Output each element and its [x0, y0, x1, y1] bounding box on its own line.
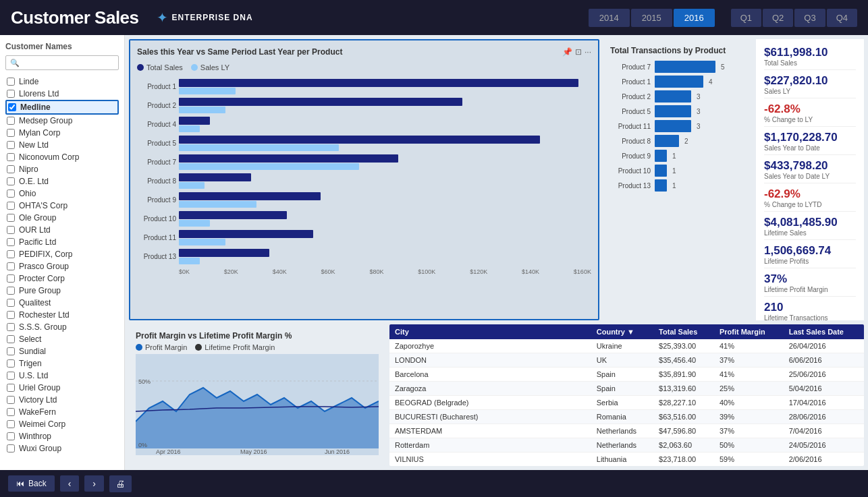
customer-item[interactable]: Rochester Ltd — [5, 309, 119, 321]
customer-checkbox[interactable] — [7, 262, 15, 270]
customer-item[interactable]: OUR Ltd — [5, 224, 119, 236]
customer-checkbox[interactable] — [7, 90, 15, 98]
customer-checkbox[interactable] — [8, 103, 16, 111]
customer-checkbox[interactable] — [7, 311, 15, 319]
customer-item[interactable]: Medsep Group — [5, 115, 119, 127]
customer-checkbox[interactable] — [7, 250, 15, 258]
quarter-tab-q3[interactable]: Q3 — [794, 9, 825, 27]
customer-checkbox[interactable] — [7, 165, 15, 173]
customer-item[interactable]: Winthrop — [5, 430, 119, 442]
customer-checkbox[interactable] — [7, 347, 15, 355]
customer-item[interactable]: Medline — [5, 100, 119, 115]
customer-checkbox[interactable] — [7, 432, 15, 440]
main-content: Customer Names 🔍 LindeLlorens LtdMedline… — [0, 35, 868, 470]
table-row[interactable]: BEOGRAD (Belgrade)Serbia$28,227.1040%17/… — [389, 396, 864, 410]
customer-item[interactable]: WakeFern — [5, 406, 119, 418]
customer-item[interactable]: Uriel Group — [5, 382, 119, 394]
customer-checkbox[interactable] — [7, 372, 15, 380]
customer-item[interactable]: Wuxi Group — [5, 442, 119, 455]
customer-checkbox[interactable] — [7, 420, 15, 428]
customer-item[interactable]: Llorens Ltd — [5, 88, 119, 100]
col-country[interactable]: Country ▼ — [591, 324, 653, 339]
print-button[interactable]: 🖨 — [109, 475, 132, 492]
customer-item[interactable]: S.S.S. Group — [5, 321, 119, 333]
customer-item[interactable]: Procter Corp — [5, 272, 119, 285]
customer-item[interactable]: Trigen — [5, 357, 119, 370]
customer-item[interactable]: U.S. Ltd — [5, 370, 119, 382]
customer-checkbox[interactable] — [7, 202, 15, 210]
customer-item[interactable]: O.E. Ltd — [5, 175, 119, 187]
back-button[interactable]: ⏮ Back — [8, 475, 55, 492]
customer-item[interactable]: Mylan Corp — [5, 127, 119, 139]
quarter-tab-q1[interactable]: Q1 — [731, 9, 761, 27]
bar-chart-focus-btn[interactable]: ⊡ — [575, 47, 582, 57]
bar-chart-more-btn[interactable]: ··· — [585, 47, 591, 57]
lifetime-profit-legend: Lifetime Profit Margin — [195, 343, 275, 351]
customer-checkbox[interactable] — [7, 274, 15, 283]
table-row[interactable]: BUCURESTI (Bucharest)Romania$63,516.0039… — [389, 410, 864, 424]
customer-checkbox[interactable] — [7, 129, 15, 137]
customer-item[interactable]: Select — [5, 333, 119, 345]
customer-checkbox[interactable] — [7, 238, 15, 246]
table-cell-city: Zaragoza — [389, 382, 591, 396]
customer-item[interactable]: Ohio — [5, 187, 119, 200]
customer-checkbox[interactable] — [7, 117, 15, 125]
customer-item[interactable]: Linde — [5, 76, 119, 88]
back-icon: ⏮ — [16, 479, 24, 488]
search-input[interactable] — [22, 58, 114, 67]
customer-checkbox[interactable] — [7, 396, 15, 404]
customer-item[interactable]: Ole Group — [5, 212, 119, 224]
quarter-tab-q2[interactable]: Q2 — [763, 9, 793, 27]
table-row[interactable]: VILNIUSLithuania$23,718.0059%2/06/2016 — [389, 452, 864, 467]
customer-checkbox[interactable] — [7, 141, 15, 149]
customer-checkbox[interactable] — [7, 335, 15, 343]
bar-ly — [179, 201, 256, 208]
table-cell-city: AMSTERDAM — [389, 424, 591, 438]
customer-checkbox[interactable] — [7, 153, 15, 161]
customer-checkbox[interactable] — [7, 287, 15, 295]
trans-bar-row: Product 82 — [610, 135, 745, 147]
customer-item[interactable]: OHTA'S Corp — [5, 200, 119, 212]
table-row[interactable]: ZaragozaSpain$13,319.6025%5/04/2016 — [389, 382, 864, 396]
customer-checkbox[interactable] — [7, 359, 15, 368]
quarter-tab-q4[interactable]: Q4 — [827, 9, 857, 27]
customer-checkbox[interactable] — [7, 226, 15, 234]
customer-item[interactable]: Pacific Ltd — [5, 236, 119, 248]
customer-checkbox[interactable] — [7, 408, 15, 416]
bar-chart-pin-btn[interactable]: 📌 — [562, 47, 572, 57]
customer-item[interactable]: Nipro — [5, 163, 119, 175]
table-cell-country: Netherlands — [591, 424, 653, 438]
prev-button[interactable]: ‹ — [60, 475, 80, 492]
table-row[interactable]: ZaporozhyeUkraine$25,393.0041%26/04/2016 — [389, 339, 864, 353]
customer-checkbox[interactable] — [7, 189, 15, 198]
customer-checkbox[interactable] — [7, 323, 15, 331]
customer-checkbox[interactable] — [7, 299, 15, 307]
customer-checkbox[interactable] — [7, 384, 15, 392]
year-tab-2015[interactable]: 2015 — [631, 9, 672, 27]
customer-checkbox[interactable] — [7, 177, 15, 185]
table-scroll[interactable]: City Country ▼ Total Sales Profit Margin… — [389, 324, 864, 466]
table-row[interactable]: LONDONUK$35,456.4037%6/06/2016 — [389, 353, 864, 368]
customer-item[interactable]: Sundial — [5, 345, 119, 357]
customer-checkbox[interactable] — [7, 444, 15, 452]
year-tab-2014[interactable]: 2014 — [589, 9, 630, 27]
customer-item[interactable]: Prasco Group — [5, 260, 119, 272]
customer-item[interactable]: New Ltd — [5, 139, 119, 151]
customer-checkbox[interactable] — [7, 78, 15, 86]
customer-name: Select — [19, 334, 41, 344]
customer-item[interactable]: Qualitest — [5, 297, 119, 309]
table-row[interactable]: RotterdamNetherlands$2,063.6050%24/05/20… — [389, 438, 864, 452]
customer-checkbox[interactable] — [7, 214, 15, 222]
customer-item[interactable]: Pure Group — [5, 285, 119, 297]
customer-item[interactable]: Victory Ltd — [5, 394, 119, 406]
customer-item[interactable]: Niconovum Corp — [5, 151, 119, 163]
sidebar: Customer Names 🔍 LindeLlorens LtdMedline… — [0, 35, 125, 470]
next-button[interactable]: › — [84, 475, 104, 492]
bar-row: Product 1 — [137, 77, 591, 96]
table-cell-profit-margin: 39% — [714, 410, 784, 424]
table-row[interactable]: AMSTERDAMNetherlands$47,596.8037%7/04/20… — [389, 424, 864, 438]
customer-item[interactable]: Weimei Corp — [5, 418, 119, 430]
customer-item[interactable]: PEDIFIX, Corp — [5, 248, 119, 260]
year-tab-2016[interactable]: 2016 — [674, 9, 715, 27]
table-row[interactable]: BarcelonaSpain$35,891.9041%25/06/2016 — [389, 368, 864, 382]
